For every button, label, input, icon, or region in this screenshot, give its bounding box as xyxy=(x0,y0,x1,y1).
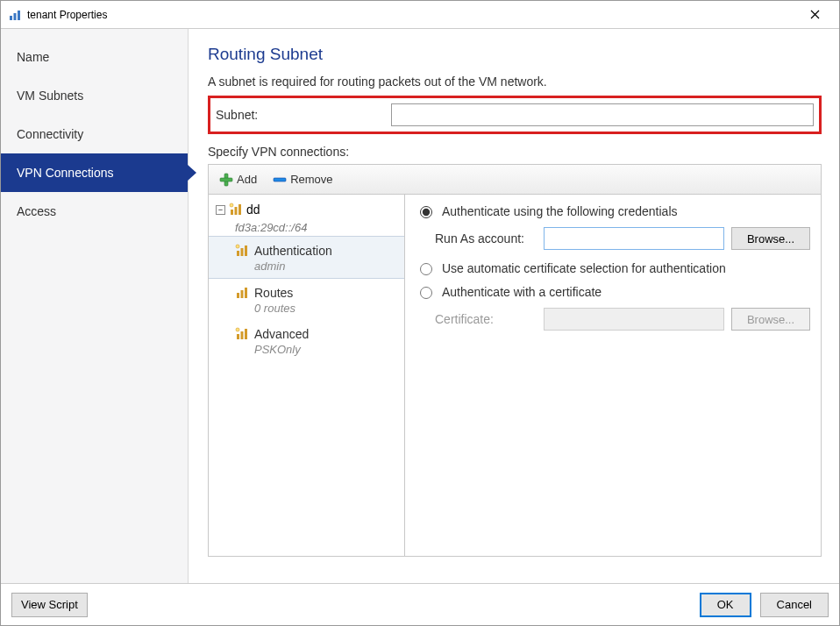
svg-rect-18 xyxy=(241,331,244,339)
add-icon xyxy=(219,173,233,187)
tree-child-label: Advanced xyxy=(254,327,309,341)
main-panel: Routing Subnet A subnet is required for … xyxy=(189,29,839,583)
sidebar-item-vm-subnets[interactable]: VM Subnets xyxy=(1,76,188,115)
runas-input[interactable] xyxy=(544,227,724,250)
browse-runas-button[interactable]: Browse... xyxy=(731,227,810,250)
vpn-tree: − dd fd3a:29cd::/64 xyxy=(209,195,405,556)
cancel-button[interactable]: Cancel xyxy=(760,593,829,617)
svg-rect-14 xyxy=(237,293,239,298)
auth-icon xyxy=(235,244,249,258)
footer: View Script OK Cancel xyxy=(1,583,839,625)
svg-rect-4 xyxy=(220,178,232,181)
advanced-icon xyxy=(235,327,249,341)
svg-point-20 xyxy=(236,328,239,331)
tree-child-sub: 0 routes xyxy=(235,300,404,318)
cert-label: Certificate: xyxy=(435,312,537,326)
ok-button[interactable]: OK xyxy=(700,593,751,617)
radio-credentials[interactable]: Authenticate using the following credent… xyxy=(416,203,810,218)
cert-input xyxy=(544,308,724,331)
tree-root-sub: fd3a:29cd::/64 xyxy=(209,219,404,236)
body: Name VM Subnets Connectivity VPN Connect… xyxy=(1,29,839,583)
svg-rect-5 xyxy=(274,178,286,181)
authcert-radio[interactable] xyxy=(420,287,432,299)
routes-icon xyxy=(235,286,249,300)
specify-label: Specify VPN connections: xyxy=(208,145,822,159)
tree-child-authentication[interactable]: Authentication admin xyxy=(209,236,404,279)
svg-point-13 xyxy=(236,245,239,248)
vpn-toolbar: Add Remove xyxy=(209,165,821,195)
svg-point-9 xyxy=(230,203,233,207)
svg-rect-17 xyxy=(237,334,239,339)
svg-rect-0 xyxy=(10,16,12,20)
autocert-label: Use automatic certificate selection for … xyxy=(442,261,726,275)
tree-root-name: dd xyxy=(246,203,260,217)
title-bar: tenant Properties xyxy=(1,1,839,29)
sidebar-item-connectivity[interactable]: Connectivity xyxy=(1,115,188,153)
credentials-radio[interactable] xyxy=(420,206,432,218)
sidebar: Name VM Subnets Connectivity VPN Connect… xyxy=(1,29,189,583)
radio-autocert[interactable]: Use automatic certificate selection for … xyxy=(416,260,810,275)
cert-row: Certificate: Browse... xyxy=(416,308,810,331)
remove-label: Remove xyxy=(290,173,332,186)
remove-button[interactable]: Remove xyxy=(267,170,338,189)
tree-child-sub: PSKOnly xyxy=(235,341,404,359)
svg-rect-6 xyxy=(231,210,233,215)
svg-rect-11 xyxy=(241,248,244,256)
svg-rect-2 xyxy=(18,11,20,20)
radio-authcert[interactable]: Authenticate with a certificate xyxy=(416,284,810,299)
tree-child-label: Authentication xyxy=(254,244,332,258)
subnet-label: Subnet: xyxy=(216,108,391,122)
svg-rect-10 xyxy=(237,251,239,256)
sidebar-item-vpn-connections[interactable]: VPN Connections xyxy=(1,153,188,192)
subnet-row-highlight: Subnet: xyxy=(208,96,822,134)
remove-icon xyxy=(273,173,287,187)
browse-cert-button: Browse... xyxy=(731,308,810,331)
vpn-connections-panel: Add Remove − xyxy=(208,164,822,557)
vpn-body: − dd fd3a:29cd::/64 xyxy=(209,195,821,556)
expander-icon[interactable]: − xyxy=(216,205,225,215)
add-button[interactable]: Add xyxy=(214,170,262,189)
runas-row: Run As account: Browse... xyxy=(416,227,810,250)
dialog-window: tenant Properties Name VM Subnets Connec… xyxy=(0,0,840,626)
tree-child-label: Routes xyxy=(254,286,293,300)
add-label: Add xyxy=(237,173,257,186)
page-heading: Routing Subnet xyxy=(208,45,822,64)
svg-rect-12 xyxy=(245,245,247,256)
runas-label: Run As account: xyxy=(435,231,537,245)
svg-rect-15 xyxy=(241,290,244,298)
authcert-label: Authenticate with a certificate xyxy=(442,285,602,299)
tree-root[interactable]: − dd xyxy=(209,200,404,219)
svg-rect-1 xyxy=(14,13,17,20)
svg-rect-16 xyxy=(245,288,247,298)
tree-child-advanced[interactable]: Advanced PSKOnly xyxy=(209,320,404,361)
tree-child-routes[interactable]: Routes 0 routes xyxy=(209,279,404,320)
svg-rect-19 xyxy=(245,329,247,339)
autocert-radio[interactable] xyxy=(420,263,432,275)
window-title: tenant Properties xyxy=(27,9,797,21)
close-button[interactable] xyxy=(797,1,832,29)
sidebar-item-name[interactable]: Name xyxy=(1,38,188,76)
subnet-input[interactable] xyxy=(391,103,814,126)
tree-child-sub: admin xyxy=(235,258,404,276)
page-description: A subnet is required for routing packets… xyxy=(208,75,822,89)
auth-details: Authenticate using the following credent… xyxy=(405,195,821,556)
node-icon xyxy=(229,203,243,217)
svg-rect-7 xyxy=(235,207,238,215)
credentials-label: Authenticate using the following credent… xyxy=(442,204,678,218)
sidebar-item-access[interactable]: Access xyxy=(1,192,188,231)
svg-rect-8 xyxy=(238,204,241,215)
app-icon xyxy=(8,8,22,22)
view-script-button[interactable]: View Script xyxy=(11,593,88,617)
